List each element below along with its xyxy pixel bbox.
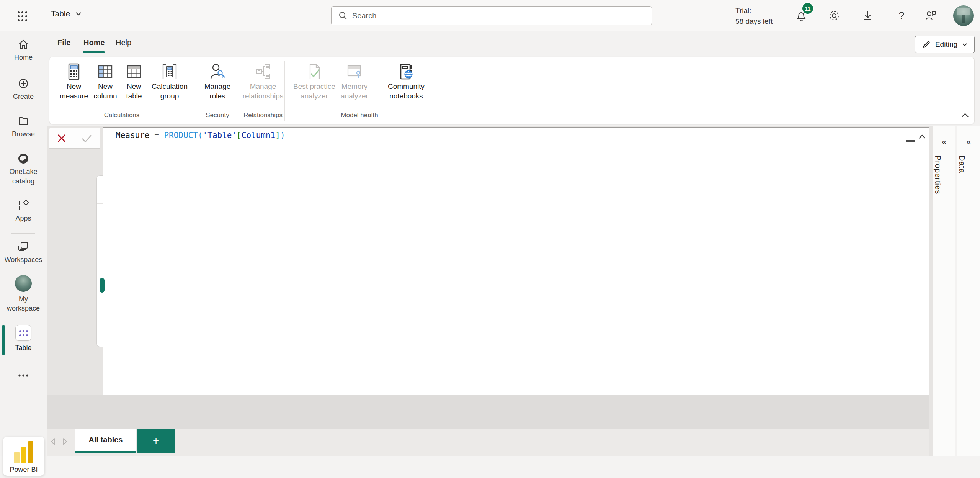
- dax-formula-line[interactable]: Measure = PRODUCT('Table'[Column1]): [116, 131, 285, 140]
- download-icon: [862, 10, 874, 21]
- collapsed-table-card[interactable]: [96, 175, 103, 347]
- left-nav: Home Create Browse OneLake catalog Apps: [0, 31, 47, 478]
- pencil-icon: [922, 40, 931, 49]
- sidebar-item-workspaces[interactable]: Workspaces: [0, 240, 47, 265]
- current-item-label: Table: [51, 9, 70, 18]
- sidebar-item-onelake-catalog[interactable]: OneLake catalog: [0, 152, 47, 186]
- search-icon: [338, 11, 348, 20]
- onelake-icon: [0, 152, 47, 165]
- sidebar-item-create[interactable]: Create: [0, 77, 47, 101]
- table-card-handle[interactable]: [100, 278, 105, 293]
- feedback-icon: [924, 10, 937, 22]
- expand-data-icon[interactable]: «: [957, 137, 980, 147]
- my-workspace-avatar: [0, 277, 47, 290]
- ribbon-group-label: Calculations: [83, 111, 160, 119]
- manage-roles-button[interactable]: Manage roles: [198, 62, 237, 101]
- properties-panel-collapsed[interactable]: « Properties: [933, 126, 955, 456]
- memory-analyzer-icon: [332, 62, 377, 82]
- formula-paren: ): [280, 131, 285, 140]
- collapse-ribbon-button[interactable]: [960, 111, 970, 120]
- manage-relationships-button: Manage relationships: [242, 62, 284, 101]
- top-bar: Table Trial: 58 days left 11 ?: [0, 0, 980, 31]
- home-icon: [0, 38, 47, 51]
- formula-lhs: Measure =: [116, 131, 164, 140]
- ribbon-tab-help[interactable]: Help: [116, 38, 131, 47]
- calculation-group-button[interactable]: Calculation group: [146, 62, 193, 101]
- sidebar-item-my-workspace[interactable]: My workspace: [0, 277, 47, 313]
- sidebar-item-apps[interactable]: Apps: [0, 198, 47, 223]
- workspaces-icon: [0, 240, 47, 254]
- plus-icon: +: [153, 434, 160, 447]
- ribbon-group-divider: [284, 61, 285, 121]
- feedback-button[interactable]: [924, 9, 937, 22]
- ribbon-tab-file[interactable]: File: [57, 38, 70, 47]
- chevron-up-icon: [961, 113, 969, 118]
- power-bi-logo: [3, 440, 44, 463]
- download-button[interactable]: [861, 9, 874, 22]
- trial-status: Trial: 58 days left: [735, 5, 773, 27]
- triangle-right-icon: [62, 438, 68, 445]
- manage-roles-icon: [198, 62, 237, 82]
- semantic-model-icon: [0, 324, 47, 342]
- sidebar-item-home[interactable]: Home: [0, 38, 47, 62]
- avatar-photo-detail: [962, 15, 965, 23]
- ribbon-group-label: Relationships: [225, 111, 301, 119]
- data-panel-label: Data: [957, 156, 966, 173]
- formula-bracket: [: [237, 131, 242, 140]
- previous-page-button[interactable]: [49, 437, 57, 446]
- avatar-photo-detail: [957, 8, 970, 15]
- data-panel-collapsed[interactable]: « Data: [957, 126, 980, 456]
- settings-button[interactable]: [828, 9, 841, 22]
- chevron-down-icon: [75, 12, 82, 16]
- manage-relationships-icon: [242, 62, 284, 82]
- current-item-dropdown[interactable]: Table: [51, 9, 82, 18]
- triangle-left-icon: [50, 438, 56, 445]
- formula-table-ref: 'Table': [203, 131, 237, 140]
- ellipsis-icon: [0, 368, 47, 382]
- community-notebooks-icon: [379, 62, 433, 82]
- ribbon: New measure New column New table Calcula…: [49, 57, 975, 124]
- power-bi-logo-card[interactable]: Power BI: [3, 437, 44, 476]
- search-input[interactable]: [352, 11, 635, 20]
- tab-all-tables[interactable]: All tables: [75, 429, 136, 453]
- add-table-button[interactable]: +: [137, 429, 175, 453]
- sidebar-item-browse[interactable]: Browse: [0, 114, 47, 139]
- nav-divider: [11, 319, 35, 319]
- memory-analyzer-button: Memory analyzer: [332, 62, 377, 101]
- apps-icon: [0, 198, 47, 212]
- cancel-x-icon: [57, 133, 67, 143]
- plus-circle-icon: [0, 77, 47, 90]
- properties-panel-label: Properties: [933, 156, 942, 194]
- ribbon-group-label: Model health: [321, 111, 398, 119]
- formula-column-ref: Column1: [242, 131, 276, 140]
- question-icon: ?: [898, 10, 904, 22]
- search-box[interactable]: [331, 6, 652, 25]
- gear-icon: [828, 10, 840, 22]
- formula-bracket: ]: [275, 131, 280, 140]
- formula-scrollbar-thumb[interactable]: [906, 140, 915, 142]
- checkmark-icon: [81, 134, 93, 143]
- active-tab-indicator: [83, 51, 105, 53]
- app-launcher-icon[interactable]: [16, 10, 28, 22]
- chevron-down-icon: [962, 43, 967, 46]
- app-root: Table Trial: 58 days left 11 ?: [0, 0, 980, 478]
- sidebar-item-table[interactable]: Table: [0, 324, 47, 353]
- community-notebooks-button[interactable]: Community notebooks: [379, 62, 433, 101]
- ribbon-tab-home[interactable]: Home: [83, 38, 105, 47]
- expand-properties-icon[interactable]: «: [933, 137, 955, 147]
- status-bar: - + 100%: [0, 456, 980, 478]
- help-button[interactable]: ?: [895, 9, 908, 22]
- discard-formula-button[interactable]: [57, 133, 67, 143]
- formula-function: PRODUCT(: [164, 131, 203, 140]
- commit-formula-button[interactable]: [81, 134, 93, 143]
- mode-switcher-button[interactable]: Editing: [915, 36, 975, 53]
- folder-icon: [0, 114, 47, 128]
- sidebar-more-button[interactable]: [0, 368, 47, 382]
- notification-count-badge: 11: [802, 2, 814, 15]
- next-page-button[interactable]: [61, 437, 69, 446]
- formula-commit-panel: [49, 128, 100, 149]
- card-divider: [97, 203, 103, 204]
- account-avatar[interactable]: [953, 5, 974, 26]
- dax-editor-canvas[interactable]: [103, 127, 929, 395]
- collapse-formula-bar-button[interactable]: [917, 133, 927, 141]
